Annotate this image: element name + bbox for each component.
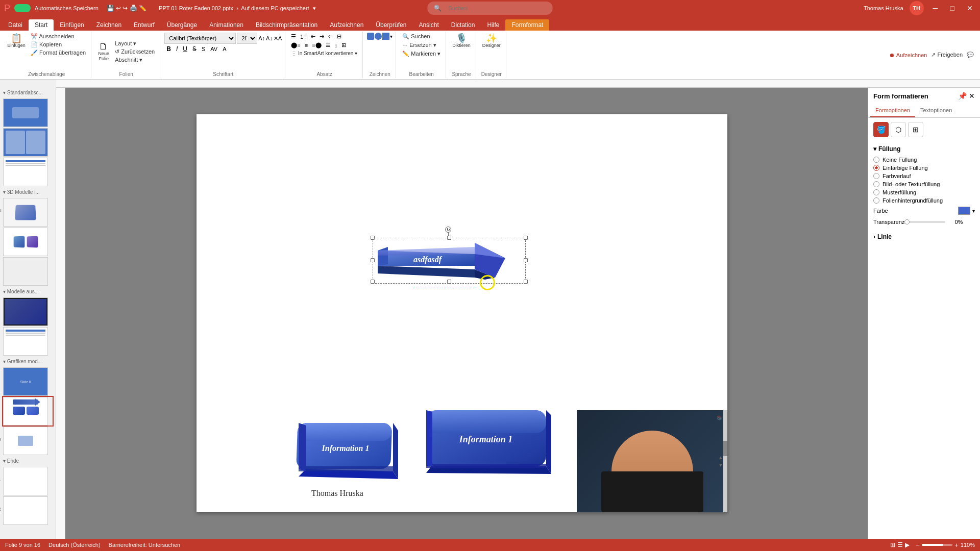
tab-aufzeichnen[interactable]: Aufzeichnen (324, 19, 370, 31)
btn-ersetzen[interactable]: ↔ Ersetzen ▾ (400, 41, 443, 49)
slide-thumb-3[interactable]: 3 (3, 158, 53, 186)
fill-section-header[interactable]: ▾ Füllung (873, 145, 975, 153)
font-family-select[interactable]: Calibri (Textkörper) (164, 33, 236, 44)
radio-einfarbig[interactable] (873, 165, 879, 171)
slide-thumb-12[interactable]: 12 (3, 496, 53, 525)
strikethrough-btn[interactable]: S̶ (190, 45, 199, 53)
radio-keine[interactable] (873, 157, 879, 163)
slide-thumb-4[interactable]: 4 (3, 228, 53, 256)
tab-animationen[interactable]: Animationen (203, 19, 250, 31)
panel-icon-size[interactable]: ⊞ (908, 122, 923, 137)
tab-ansicht[interactable]: Ansicht (412, 19, 445, 31)
slide-thumb-7[interactable]: 7 (3, 327, 53, 356)
radio-farbverlauf[interactable] (873, 173, 879, 179)
group-header-ende[interactable]: ▾ Ende (0, 456, 56, 466)
slide-thumb-11[interactable]: 11 (3, 467, 53, 495)
shape-triangle[interactable] (382, 33, 389, 40)
tab-formformat[interactable]: Formformat (505, 19, 549, 31)
btn-suchen[interactable]: 🔍 Suchen (400, 33, 443, 40)
tab-formoptionen[interactable]: Formoptionen (870, 104, 915, 117)
slide-thumb-5[interactable]: 5 (3, 257, 53, 286)
justify-btn[interactable]: ☰ (324, 41, 332, 49)
columns-btn[interactable]: ⊟ (335, 33, 343, 40)
shape-rect[interactable] (367, 33, 374, 40)
group-header-grafiken[interactable]: ▾ Grafiken mod... (0, 357, 56, 366)
color-swatch[interactable] (958, 207, 970, 215)
line-section-header[interactable]: › Linie (873, 233, 975, 240)
minimize-button[interactable]: ─ (930, 3, 941, 13)
tab-bildschirm[interactable]: Bildschirmpräsentation (250, 19, 324, 31)
dropdown-arrow[interactable]: ▾ (313, 5, 316, 11)
zoom-out-statusbar[interactable]: − (916, 541, 920, 549)
tab-textoptionen[interactable]: Textoptionen (915, 104, 957, 117)
text-direction-btn[interactable]: ⊞ (340, 41, 348, 49)
bold-btn[interactable]: B (164, 45, 173, 53)
zoom-in-btn[interactable]: ▲ (718, 455, 723, 460)
tab-datei[interactable]: Datei (2, 19, 29, 31)
radio-folien[interactable] (873, 197, 879, 204)
panel-pin-btn[interactable]: 📌 (958, 92, 967, 100)
group-header-modelle[interactable]: ▾ Modelle aus... (0, 287, 56, 296)
color-dropdown-btn[interactable]: ▾ (972, 208, 975, 214)
slide-thumb-1[interactable]: 1 (3, 98, 53, 127)
tab-start[interactable]: Start (29, 19, 54, 31)
btn-neue-folie[interactable]: 🗋 NeueFolie (95, 41, 112, 62)
shape-ellipse[interactable] (375, 33, 382, 40)
btn-layout[interactable]: Layout ▾ (113, 40, 157, 47)
slide-thumb-6[interactable]: 6 (3, 297, 53, 326)
outline-view-btn[interactable]: ☰ (897, 541, 903, 548)
freigeben-btn[interactable]: ↗ Freigeben (931, 52, 963, 58)
indent-increase-btn[interactable]: ⇥ (318, 33, 326, 40)
transparency-slider[interactable] (904, 221, 945, 223)
btn-kopieren[interactable]: 📄 Kopieren (29, 41, 88, 48)
group-header-3d[interactable]: ▾ 3D Modelle i... (0, 187, 56, 197)
btn-markieren[interactable]: ✏️ Markieren ▾ (400, 50, 443, 58)
list-bullets-btn[interactable]: ☰ (289, 33, 298, 40)
accessibility-info[interactable]: Barrierefreiheit: Untersuchen (109, 542, 181, 548)
btn-format-uebertragen[interactable]: 🖌️ Format übertragen (29, 49, 88, 57)
tab-uebergaenge[interactable]: Übergänge (161, 19, 203, 31)
btn-ausschneiden[interactable]: ✂️ Ausschneiden (29, 33, 88, 40)
zoom-in-statusbar[interactable]: + (954, 541, 959, 549)
slide-thumb-x[interactable]: ✕ (3, 198, 53, 227)
normal-view-btn[interactable]: ⊞ (890, 541, 895, 548)
radio-bild[interactable] (873, 181, 879, 187)
slide-thumb-2[interactable]: 2 (3, 128, 53, 157)
font-grow-btn[interactable]: A↑ (258, 35, 265, 41)
linespacing-btn[interactable]: ↕ (333, 42, 339, 49)
close-button[interactable]: ✕ (964, 3, 976, 13)
underline-btn[interactable]: U (181, 45, 189, 53)
panel-icon-fill[interactable]: 🪣 (873, 122, 889, 137)
list-numbered-btn[interactable]: 1≡ (299, 33, 308, 40)
font-size-select[interactable]: 28 (237, 33, 257, 44)
charspacing-btn[interactable]: AV (208, 45, 219, 53)
panel-close-btn[interactable]: ✕ (969, 92, 975, 100)
slideshow-view-btn[interactable]: ▶ (905, 541, 910, 548)
slider-thumb[interactable] (904, 219, 910, 224)
align-left-btn[interactable]: ⬤≡ (289, 41, 302, 49)
italic-btn[interactable]: I (174, 45, 180, 53)
btn-diktieren[interactable]: 🎙️ Diktieren (450, 33, 473, 49)
align-center-btn[interactable]: ≡ (303, 42, 309, 49)
slide-thumb-10[interactable]: 10 (3, 427, 53, 455)
camera-scrollbar[interactable] (723, 410, 727, 512)
clear-format-btn[interactable]: ✕A (274, 35, 282, 42)
tab-entwurf[interactable]: Entwurf (128, 19, 161, 31)
tab-einfuegen[interactable]: Einfügen (54, 19, 90, 31)
search-input[interactable] (445, 3, 547, 14)
tab-hilfe[interactable]: Hilfe (481, 19, 505, 31)
btn-einfuegen[interactable]: 📋 Einfügen (5, 33, 28, 49)
tab-zeichnen[interactable]: Zeichnen (90, 19, 128, 31)
indent-decrease-btn[interactable]: ⇤ (309, 33, 317, 40)
radio-muster[interactable] (873, 189, 879, 195)
autosave-toggle[interactable] (14, 4, 31, 12)
font-shrink-btn[interactable]: A↓ (266, 35, 273, 41)
tab-ueberpruefen[interactable]: Überprüfen (370, 19, 412, 31)
btn-zuruecksetzen[interactable]: ↺ Zurücksetzen (113, 48, 157, 56)
scrollbar-thumb[interactable] (723, 441, 727, 456)
panel-icon-effects[interactable]: ⬡ (891, 122, 906, 137)
smartart-btn[interactable]: ⋮ In SmartArt konvertieren ▾ (289, 50, 359, 57)
btn-designer[interactable]: ✨ Designer (480, 33, 503, 49)
tab-dictation[interactable]: Dictation (445, 19, 481, 31)
zoom-slider[interactable] (922, 544, 952, 546)
